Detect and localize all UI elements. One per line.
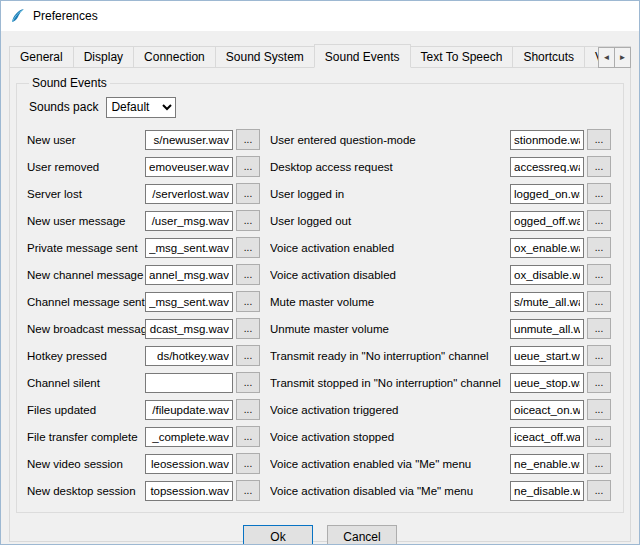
sound-file-input[interactable] xyxy=(510,427,584,447)
sound-file-input[interactable] xyxy=(510,211,584,231)
browse-button[interactable]: ... xyxy=(236,237,260,258)
sound-file-input[interactable] xyxy=(510,157,584,177)
sound-file-input[interactable] xyxy=(510,373,584,393)
event-label: Voice activation enabled xyxy=(270,242,510,254)
browse-button[interactable]: ... xyxy=(236,129,260,150)
tab-general[interactable]: General xyxy=(9,46,74,68)
sound-file-input[interactable] xyxy=(145,211,233,231)
sound-file-input[interactable] xyxy=(145,130,233,150)
browse-button[interactable]: ... xyxy=(587,264,611,285)
browse-button[interactable]: ... xyxy=(236,183,260,204)
sound-file-input[interactable] xyxy=(510,238,584,258)
sound-file-input[interactable] xyxy=(145,454,233,474)
browse-button[interactable]: ... xyxy=(587,156,611,177)
tab-scroll-right-button[interactable]: ► xyxy=(614,47,631,68)
tab-sound-system[interactable]: Sound System xyxy=(215,46,315,68)
tab-panel: Sound Events Sounds pack Default New use… xyxy=(9,67,631,542)
sound-file-input[interactable] xyxy=(145,238,233,258)
sound-event-row: New user...User entered question-mode... xyxy=(27,126,613,153)
browse-button[interactable]: ... xyxy=(236,264,260,285)
browse-button[interactable]: ... xyxy=(587,237,611,258)
app-icon xyxy=(10,8,26,24)
sound-file-input[interactable] xyxy=(145,184,233,204)
browse-button[interactable]: ... xyxy=(587,480,611,501)
tab-connection[interactable]: Connection xyxy=(133,46,216,68)
tab-shortcuts[interactable]: Shortcuts xyxy=(512,46,585,68)
sound-event-row: File transfer complete...Voice activatio… xyxy=(27,423,613,450)
cancel-button[interactable]: Cancel xyxy=(327,525,397,545)
sound-event-row: New channel message...Voice activation d… xyxy=(27,261,613,288)
sound-event-rows: New user...User entered question-mode...… xyxy=(27,126,613,504)
browse-button[interactable]: ... xyxy=(236,426,260,447)
event-label: New desktop session xyxy=(27,485,145,497)
browse-button[interactable]: ... xyxy=(587,399,611,420)
sounds-pack-label: Sounds pack xyxy=(29,100,98,114)
sound-file-input[interactable] xyxy=(510,292,584,312)
sound-file-input[interactable] xyxy=(510,184,584,204)
tab-sound-events[interactable]: Sound Events xyxy=(314,44,411,68)
event-label: Voice activation enabled via "Me" menu xyxy=(270,458,510,470)
browse-button[interactable]: ... xyxy=(236,480,260,501)
sound-file-input[interactable] xyxy=(145,400,233,420)
browse-button[interactable]: ... xyxy=(236,453,260,474)
event-label: Voice activation disabled via "Me" menu xyxy=(270,485,510,497)
preferences-window: Preferences GeneralDisplayConnectionSoun… xyxy=(0,0,640,545)
sounds-pack-select[interactable]: Default xyxy=(106,97,176,118)
event-label: Hotkey pressed xyxy=(27,350,145,362)
browse-button[interactable]: ... xyxy=(236,291,260,312)
browse-button[interactable]: ... xyxy=(587,372,611,393)
sound-file-input[interactable] xyxy=(145,157,233,177)
browse-button[interactable]: ... xyxy=(587,129,611,150)
tab-strip: GeneralDisplayConnectionSound SystemSoun… xyxy=(9,44,631,68)
sound-file-input[interactable] xyxy=(145,292,233,312)
browse-button[interactable]: ... xyxy=(236,318,260,339)
sound-file-input[interactable] xyxy=(510,454,584,474)
browse-button[interactable]: ... xyxy=(587,453,611,474)
tab-text-to-speech[interactable]: Text To Speech xyxy=(410,46,514,68)
browse-button[interactable]: ... xyxy=(236,156,260,177)
event-label: Voice activation stopped xyxy=(270,431,510,443)
event-label: Transmit ready in "No interruption" chan… xyxy=(270,350,510,362)
sound-event-row: New desktop session...Voice activation d… xyxy=(27,477,613,504)
browse-button[interactable]: ... xyxy=(236,210,260,231)
event-label: User removed xyxy=(27,161,145,173)
browse-button[interactable]: ... xyxy=(587,183,611,204)
tab-bar: GeneralDisplayConnectionSound SystemSoun… xyxy=(9,44,631,68)
event-label: Private message sent xyxy=(27,242,145,254)
sound-event-row: User removed...Desktop access request... xyxy=(27,153,613,180)
sound-file-input[interactable] xyxy=(145,319,233,339)
sound-file-input[interactable] xyxy=(145,346,233,366)
sound-file-input[interactable] xyxy=(510,265,584,285)
browse-button[interactable]: ... xyxy=(236,399,260,420)
browse-button[interactable]: ... xyxy=(587,345,611,366)
event-label: Mute master volume xyxy=(270,296,510,308)
sound-file-input[interactable] xyxy=(145,427,233,447)
event-label: User entered question-mode xyxy=(270,134,510,146)
sound-file-input[interactable] xyxy=(510,481,584,501)
event-label: User logged out xyxy=(270,215,510,227)
titlebar[interactable]: Preferences xyxy=(1,1,639,31)
browse-button[interactable]: ... xyxy=(587,426,611,447)
sound-file-input[interactable] xyxy=(510,319,584,339)
sounds-pack-row: Sounds pack Default xyxy=(29,95,613,119)
sound-file-input[interactable] xyxy=(145,481,233,501)
sound-file-input[interactable] xyxy=(510,130,584,150)
sound-file-input[interactable] xyxy=(145,373,233,393)
browse-button[interactable]: ... xyxy=(587,210,611,231)
footer: Ok Cancel xyxy=(10,525,630,545)
sound-file-input[interactable] xyxy=(145,265,233,285)
sound-file-input[interactable] xyxy=(510,346,584,366)
browse-button[interactable]: ... xyxy=(236,345,260,366)
event-label: Unmute master volume xyxy=(270,323,510,335)
ok-button[interactable]: Ok xyxy=(243,525,313,545)
sound-event-row: Files updated...Voice activation trigger… xyxy=(27,396,613,423)
tab-scroll-left-button[interactable]: ◄ xyxy=(598,47,615,68)
event-label: Files updated xyxy=(27,404,145,416)
tab-display[interactable]: Display xyxy=(73,46,134,68)
event-label: New user message xyxy=(27,215,145,227)
browse-button[interactable]: ... xyxy=(236,372,260,393)
sound-file-input[interactable] xyxy=(510,400,584,420)
event-label: New broadcast message xyxy=(27,323,145,335)
browse-button[interactable]: ... xyxy=(587,291,611,312)
browse-button[interactable]: ... xyxy=(587,318,611,339)
